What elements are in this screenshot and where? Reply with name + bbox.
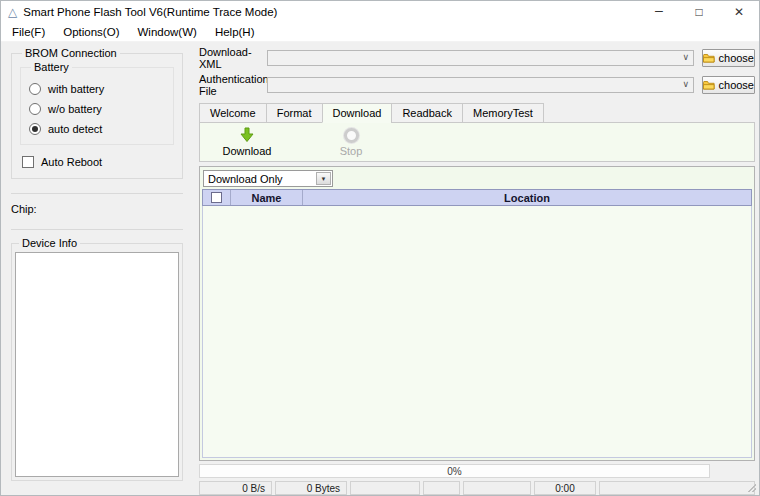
minimize-icon[interactable]: – <box>639 1 679 23</box>
tab-format[interactable]: Format <box>266 103 323 123</box>
download-button-label: Download <box>223 145 272 157</box>
radio-with-battery[interactable]: with battery <box>29 83 165 95</box>
battery-group: Battery with battery w/o battery auto de… <box>20 61 174 145</box>
menu-item-window[interactable]: Window(W) <box>128 24 205 40</box>
auth-file-label: Authentication File <box>199 73 267 97</box>
radio-label: auto detect <box>48 123 102 135</box>
radio-wo-battery[interactable]: w/o battery <box>29 103 165 115</box>
maximize-icon[interactable]: □ <box>679 1 719 23</box>
folder-icon <box>703 80 715 91</box>
stop-button[interactable]: Stop <box>318 128 384 157</box>
right-panel: Download-XML ∨ choose Authentication Fil… <box>193 42 759 495</box>
table-header-location[interactable]: Location <box>303 190 751 205</box>
download-tab-page: Download Stop <box>199 122 755 162</box>
tab-download[interactable]: Download <box>322 103 393 123</box>
stop-icon <box>344 128 359 143</box>
auth-file-choose-button[interactable]: choose <box>702 76 755 94</box>
download-xml-label: Download-XML <box>199 46 267 70</box>
table-body[interactable] <box>202 206 752 458</box>
window-controls: – □ ✕ <box>639 1 759 23</box>
download-arrow-icon <box>239 127 255 143</box>
checkbox-icon <box>22 156 34 168</box>
scene-select-dropdown[interactable]: Download Only ▼ <box>203 170 333 187</box>
status-empty-segment <box>423 481 460 495</box>
status-empty-segment <box>350 481 420 495</box>
download-xml-choose-button[interactable]: choose <box>702 49 755 67</box>
title-bar: △ Smart Phone Flash Tool V6(Runtime Trac… <box>1 1 759 23</box>
dropdown-arrow-icon: ▼ <box>316 172 331 185</box>
device-info-title: Device Info <box>19 237 80 249</box>
chevron-down-icon: ∨ <box>682 52 689 62</box>
auto-reboot-checkbox-row[interactable]: Auto Reboot <box>22 156 174 168</box>
menu-bar: File(F) Options(O) Window(W) Help(H) <box>1 23 759 42</box>
battery-group-title: Battery <box>31 61 72 73</box>
status-bytes: 0 Bytes <box>275 481 347 495</box>
status-empty-segment <box>463 481 531 495</box>
partition-table: Name Location <box>202 189 752 458</box>
device-info-list[interactable] <box>15 252 179 477</box>
menu-item-file[interactable]: File(F) <box>3 24 54 40</box>
select-all-checkbox[interactable] <box>211 192 222 203</box>
status-empty-segment <box>599 481 755 495</box>
radio-auto-detect[interactable]: auto detect <box>29 123 165 135</box>
download-content-frame: Download Only ▼ Name Location <box>199 166 755 461</box>
table-header-row: Name Location <box>202 189 752 206</box>
auth-file-row: Authentication File ∨ choose <box>199 76 755 94</box>
close-icon[interactable]: ✕ <box>719 1 759 23</box>
brom-connection-title: BROM Connection <box>22 47 120 59</box>
table-header-checkbox-cell <box>203 190 231 205</box>
radio-label: w/o battery <box>48 103 102 115</box>
progress-percent-label: 0% <box>447 466 461 477</box>
tab-welcome[interactable]: Welcome <box>199 103 267 123</box>
progress-row: 0% <box>199 464 755 478</box>
resize-grip[interactable] <box>748 484 756 492</box>
tab-bar: Welcome Format Download Readback MemoryT… <box>199 103 755 123</box>
download-button[interactable]: Download <box>214 127 280 157</box>
status-bar: 0 B/s 0 Bytes 0:00 <box>199 481 755 495</box>
folder-icon <box>703 53 715 64</box>
table-header-name[interactable]: Name <box>231 190 303 205</box>
separator <box>11 193 183 194</box>
app-window: △ Smart Phone Flash Tool V6(Runtime Trac… <box>0 0 760 496</box>
radio-icon <box>29 83 41 95</box>
tab-memorytest[interactable]: MemoryTest <box>462 103 544 123</box>
chip-label: Chip: <box>11 203 189 215</box>
separator <box>11 229 183 230</box>
progress-bar: 0% <box>199 464 710 478</box>
auth-file-combobox[interactable]: ∨ <box>267 77 694 93</box>
auto-reboot-label: Auto Reboot <box>41 156 102 168</box>
radio-selected-icon <box>29 123 41 135</box>
brom-connection-group: BROM Connection Battery with battery w/o… <box>11 47 183 179</box>
scene-select-value: Download Only <box>208 173 283 185</box>
stop-button-label: Stop <box>340 145 363 157</box>
menu-item-help[interactable]: Help(H) <box>206 24 264 40</box>
window-title: Smart Phone Flash Tool V6(Runtime Trace … <box>23 6 277 18</box>
menu-item-options[interactable]: Options(O) <box>54 24 128 40</box>
device-info-group: Device Info <box>11 237 183 481</box>
status-time: 0:00 <box>534 481 596 495</box>
left-panel: BROM Connection Battery with battery w/o… <box>1 42 193 495</box>
radio-label: with battery <box>48 83 104 95</box>
download-xml-row: Download-XML ∨ choose <box>199 49 755 67</box>
download-xml-combobox[interactable]: ∨ <box>267 50 694 66</box>
app-body: BROM Connection Battery with battery w/o… <box>1 42 759 495</box>
radio-icon <box>29 103 41 115</box>
chevron-down-icon: ∨ <box>682 79 689 89</box>
choose-button-label: choose <box>719 52 754 64</box>
status-speed: 0 B/s <box>199 481 272 495</box>
app-icon: △ <box>8 6 17 18</box>
choose-button-label: choose <box>719 79 754 91</box>
tab-readback[interactable]: Readback <box>391 103 463 123</box>
